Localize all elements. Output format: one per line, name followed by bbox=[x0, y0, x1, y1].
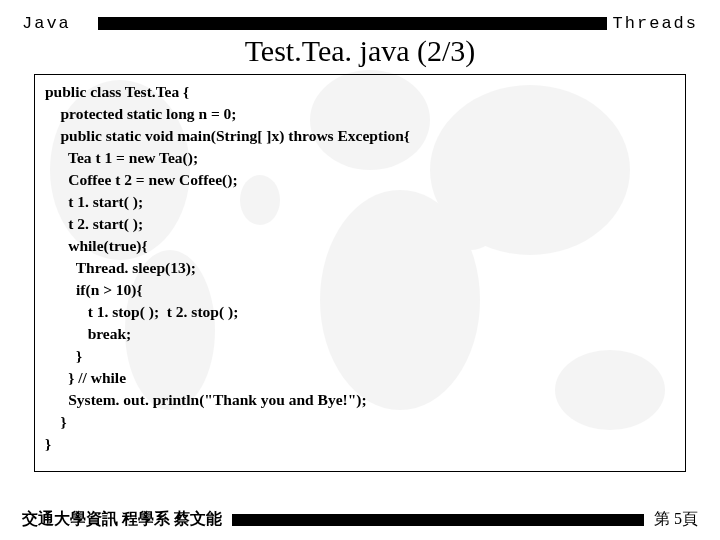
header-left-label: Java bbox=[22, 14, 92, 47]
footer-page-number: 第 5頁 bbox=[654, 509, 698, 530]
slide-footer: 交通大學資訊 程學系 蔡文能 第 5頁 bbox=[0, 509, 720, 530]
code-frame: public class Test.Tea { protected static… bbox=[34, 74, 686, 472]
header-divider-bar bbox=[98, 17, 607, 30]
footer-divider-bar bbox=[232, 514, 644, 526]
header-right-label: Threads bbox=[613, 14, 698, 47]
footer-affiliation: 交通大學資訊 程學系 蔡文能 bbox=[22, 509, 222, 530]
code-listing: public class Test.Tea { protected static… bbox=[45, 81, 675, 455]
